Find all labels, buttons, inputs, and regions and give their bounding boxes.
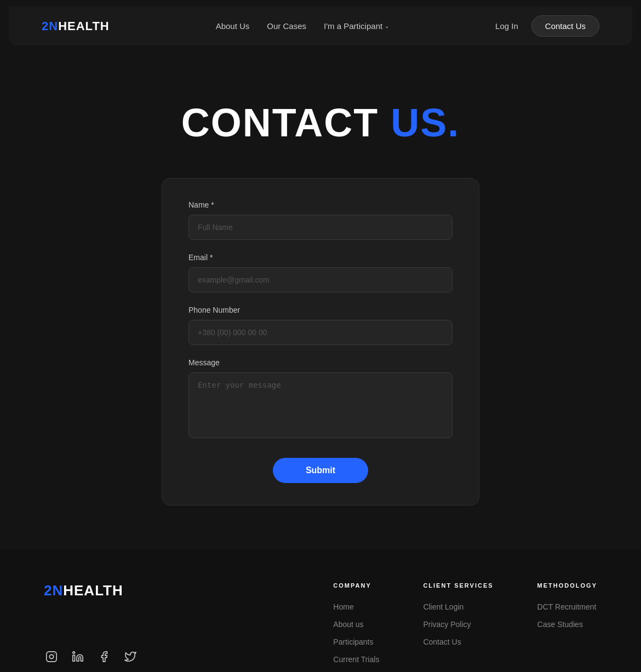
footer-logo: 2NHEALTH [44, 582, 138, 599]
hero-section: CONTACT US. [0, 45, 641, 178]
list-item: Participants [333, 637, 379, 647]
name-group: Name * [188, 200, 453, 240]
methodology-link-cases[interactable]: Case Studies [537, 620, 583, 629]
hero-title-white: CONTACT [181, 101, 391, 145]
footer-company-col: COMPANY Home About us Participants Curre… [333, 582, 379, 664]
footer-nav: COMPANY Home About us Participants Curre… [333, 582, 597, 664]
client-links: Client Login Privacy Policy Contact Us [423, 602, 493, 647]
company-link-trials[interactable]: Current Trials [333, 655, 379, 664]
login-link[interactable]: Log In [495, 21, 518, 31]
nav-participant[interactable]: I'm a Participant ⌄ [324, 21, 389, 31]
svg-point-2 [54, 653, 54, 654]
name-label: Name * [188, 200, 453, 209]
footer-logo-section: 2NHEALTH [44, 582, 138, 664]
message-label: Message [188, 358, 453, 367]
company-link-about[interactable]: About us [333, 620, 363, 629]
client-heading: CLIENT SERVICES [423, 582, 493, 589]
facebook-icon[interactable] [96, 649, 112, 664]
nav-about[interactable]: About Us [216, 21, 250, 31]
client-link-privacy[interactable]: Privacy Policy [423, 620, 471, 629]
linkedin-icon[interactable] [70, 649, 85, 664]
name-input[interactable] [188, 215, 453, 240]
footer-logo-prefix: 2N [44, 582, 63, 599]
hero-title-blue: US. [391, 101, 460, 145]
twitter-icon[interactable] [123, 649, 138, 664]
contact-us-button[interactable]: Contact Us [531, 15, 599, 37]
nav-right: Log In Contact Us [495, 15, 599, 37]
methodology-links: DCT Recruitment Case Studies [537, 602, 597, 629]
company-link-home[interactable]: Home [333, 602, 353, 611]
email-input[interactable] [188, 267, 453, 292]
footer-methodology-col: METHODOLOGY DCT Recruitment Case Studies [537, 582, 597, 664]
contact-form: Name * Email * Phone Number Message Subm… [162, 178, 479, 506]
instagram-icon[interactable] [44, 649, 59, 664]
message-group: Message [188, 358, 453, 440]
social-links [44, 649, 138, 664]
svg-rect-3 [73, 655, 75, 661]
phone-input[interactable] [188, 320, 453, 345]
list-item: About us [333, 619, 379, 629]
company-link-participants[interactable]: Participants [333, 637, 373, 646]
list-item: Current Trials [333, 654, 379, 664]
nav-logo: 2NHEALTH [42, 19, 110, 33]
footer: 2NHEALTH [0, 549, 641, 672]
nav-cases[interactable]: Our Cases [267, 21, 306, 31]
client-link-contact[interactable]: Contact Us [423, 637, 461, 646]
email-label: Email * [188, 253, 453, 262]
nav-links: About Us Our Cases I'm a Participant ⌄ [216, 21, 389, 31]
submit-button[interactable]: Submit [273, 458, 368, 483]
footer-logo-suffix: HEALTH [63, 582, 123, 599]
footer-client-col: CLIENT SERVICES Client Login Privacy Pol… [423, 582, 493, 664]
methodology-heading: METHODOLOGY [537, 582, 597, 589]
phone-label: Phone Number [188, 306, 453, 314]
company-links: Home About us Participants Current Trial… [333, 602, 379, 664]
svg-point-1 [49, 654, 53, 658]
list-item: Home [333, 602, 379, 612]
list-item: Client Login [423, 602, 493, 612]
navbar: 2NHEALTH About Us Our Cases I'm a Partic… [9, 7, 632, 45]
logo-suffix: HEALTH [58, 19, 110, 33]
phone-group: Phone Number [188, 306, 453, 345]
hero-title: CONTACT US. [11, 100, 630, 145]
list-item: Case Studies [537, 619, 597, 629]
svg-point-4 [73, 652, 75, 654]
logo-prefix: 2N [42, 19, 58, 33]
footer-top: 2NHEALTH [44, 582, 597, 664]
email-group: Email * [188, 253, 453, 292]
company-heading: COMPANY [333, 582, 379, 589]
list-item: Contact Us [423, 637, 493, 647]
list-item: Privacy Policy [423, 619, 493, 629]
chevron-down-icon: ⌄ [385, 23, 389, 29]
client-link-login[interactable]: Client Login [423, 602, 463, 611]
svg-rect-0 [47, 652, 56, 662]
message-input[interactable] [188, 372, 453, 438]
list-item: DCT Recruitment [537, 602, 597, 612]
methodology-link-dct[interactable]: DCT Recruitment [537, 602, 597, 611]
